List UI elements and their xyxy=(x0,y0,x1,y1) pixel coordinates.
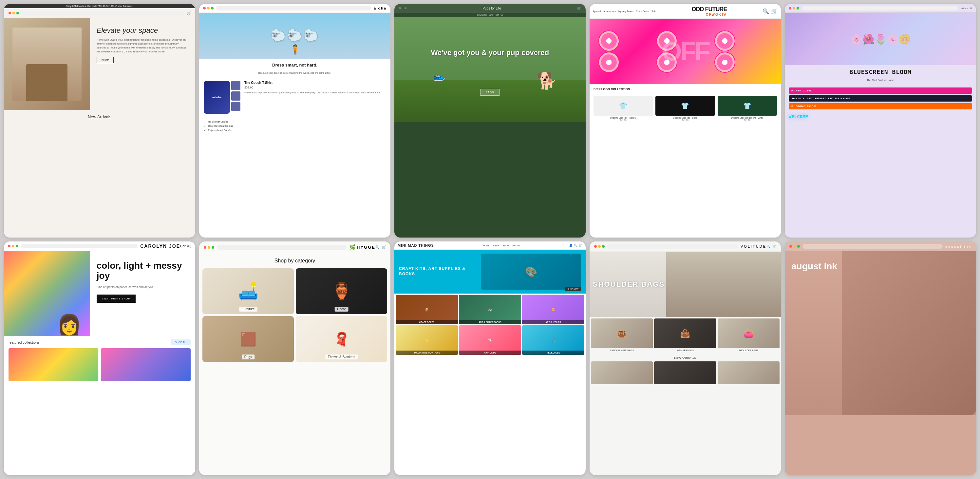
vol-search-icon[interactable]: 🔍 xyxy=(767,245,770,248)
minimize-dot xyxy=(793,7,795,10)
minimad-supplies-label: ART SUPPLIES xyxy=(522,320,584,325)
pups-nav-search[interactable]: 🔍 xyxy=(399,7,402,10)
lcb-cart-icon[interactable]: 🛒 xyxy=(187,11,191,15)
minimize-dot xyxy=(208,246,210,249)
minimize-dot xyxy=(793,245,796,248)
minimad-cat-art-supplies[interactable]: 🎨 ART SUPPLIES xyxy=(522,295,584,325)
carolyn-headline: color, light + messy joy xyxy=(97,261,189,281)
hygge-cart-icon[interactable]: 🛒 xyxy=(382,245,386,249)
pups-faqs-button[interactable]: FAQS xyxy=(480,89,500,95)
minimad-nav-blog[interactable]: BLOG xyxy=(503,244,509,247)
vol-shoulder-image: 👛 xyxy=(718,318,780,348)
hygge-rugs-graphic: 🟫 xyxy=(240,331,256,347)
aug-logo: august ink xyxy=(945,244,972,248)
minimad-hero-title: CRAFT KITS, ART SUPPLIES & BOOKS xyxy=(399,266,472,277)
aloha-thumb-3[interactable] xyxy=(231,102,240,111)
lcb-shop-button[interactable]: SHOP xyxy=(97,57,114,63)
of-nav-sale[interactable]: Sale xyxy=(651,10,656,13)
minimad-cat-art-books[interactable]: 📚 ART & CRAFT BOOKS xyxy=(459,295,521,325)
lcb-room-graphic xyxy=(13,27,81,101)
hygge-search-icon[interactable]: 🔍 xyxy=(375,245,379,249)
of-sub-brand: OFWGKTA xyxy=(706,13,727,16)
minimad-header: MINI MAD THINGS HOME SHOP BLOG ABOUT 👤 🔍… xyxy=(395,242,585,250)
vol-window-controls xyxy=(594,245,605,248)
lcb-hero-image xyxy=(4,18,90,110)
of-product-img-2: 👕 xyxy=(655,96,715,116)
minimad-shop-now-btn[interactable]: SHOP NOW xyxy=(565,287,581,291)
hygge-category-throws[interactable]: 🧣 Throws & Blankets xyxy=(296,316,387,362)
minimad-cat-hair-clips[interactable]: 💎 HAIR CLIPS xyxy=(459,325,521,355)
card-oddfuture: Apparel Accessories Mystery Boxes Skate … xyxy=(590,4,781,237)
hygge-leaf-icon: 🌿 xyxy=(349,244,356,250)
bloom-welcome-text: WELCOME xyxy=(785,112,976,121)
hygge-url-bar xyxy=(217,245,347,250)
minimad-nav-home[interactable]: HOME xyxy=(483,244,490,247)
bloom-login[interactable]: admin xyxy=(961,7,968,10)
pups-headline: We've got you & your pup covered xyxy=(414,48,566,57)
of-search-icon[interactable]: 🔍 xyxy=(762,8,769,14)
vol-products-grid: 👜 SATCHEL HANDBAGS 👜 NEW ARRIVALS 👛 SHOU… xyxy=(590,317,781,354)
sheep-graphic: 🐑🐑🐑 xyxy=(270,28,319,44)
carolyn-top-bar: CAROLYN JOE Cart (0) xyxy=(4,242,195,251)
bloom-header: admin ⚙ xyxy=(785,4,976,13)
aug-header: august ink xyxy=(785,242,976,251)
pups-cart[interactable]: 🛒 xyxy=(577,6,581,10)
minimad-user-icon[interactable]: 👤 xyxy=(569,244,573,247)
hygge-category-decor[interactable]: 🏺 Decor xyxy=(296,268,387,314)
bloom-badge-justice: JUSTICE. ART. RESIST. LET US KNOW xyxy=(789,95,972,102)
vol-product-satchel[interactable]: 👜 SATCHEL HANDBAGS xyxy=(591,318,653,353)
carolyn-visit-btn[interactable]: VISIT PRINT SHOP xyxy=(97,294,135,303)
lcb-hero-content: Elevate your space Home with LCB is your… xyxy=(90,18,195,110)
hygge-throws-label: Throws & Blankets xyxy=(325,355,358,360)
maximize-dot xyxy=(16,12,19,14)
main-grid: Shop LCB favorites. Use code FALL20 for … xyxy=(0,0,980,479)
aloha-product-images: aaloha xyxy=(204,81,240,114)
aug-person-graphic xyxy=(842,251,976,415)
of-nav-apparel[interactable]: Apparel xyxy=(593,10,601,13)
carolyn-url-bar xyxy=(21,244,138,248)
minimad-search-icon[interactable]: 🔍 xyxy=(574,244,578,247)
of-cart-icon[interactable]: 🛒 xyxy=(771,8,778,14)
minimad-nav-about[interactable]: ABOUT xyxy=(512,244,520,247)
aloha-product-name: The Couch T-Shirt xyxy=(244,81,386,84)
hygge-throws-graphic: 🧣 xyxy=(333,331,350,347)
aloha-thumb-2[interactable] xyxy=(231,91,240,100)
aloha-thumb-1[interactable] xyxy=(231,81,240,90)
carolyn-cart[interactable]: Cart (0) xyxy=(180,244,191,248)
hygge-category-furniture[interactable]: 🛋️ Furniture xyxy=(202,268,294,314)
carolyn-art-1 xyxy=(8,348,98,381)
carolyn-hero-text: color, light + messy joy Fine art prints… xyxy=(90,251,195,336)
bloom-settings[interactable]: ⚙ xyxy=(970,7,972,10)
carolyn-hero-bg: 👩 xyxy=(4,251,90,336)
pups-nav-menu[interactable]: ☰ xyxy=(404,7,406,10)
vol-new-arrivals-title: NEW ARRIVALS xyxy=(590,354,781,361)
hygge-category-rugs[interactable]: 🟫 Rugs xyxy=(202,316,294,362)
of-nav-accessories[interactable]: Accessories xyxy=(603,10,616,13)
vol-shoulder-label: SHOULDER BAGS xyxy=(718,348,780,353)
of-nav-skate[interactable]: Skate Decks xyxy=(636,10,649,13)
minimad-cat-necklaces[interactable]: 📿 NECKLACES xyxy=(522,325,584,355)
card-bloom: admin ⚙ 🌸🌺🌷🌸🌼 BLUESCREEN BLOOM The First… xyxy=(785,4,976,237)
carolyn-shop-all-button[interactable]: SHOP ALL xyxy=(171,339,191,345)
vol-cart-icon[interactable]: 🛒 xyxy=(772,245,776,248)
aloha-subtitle: Because your brain is busy changing the … xyxy=(199,72,390,78)
window-controls xyxy=(8,12,19,14)
vol-url-bar xyxy=(607,244,738,249)
minimad-categories-grid: 📦 CRAFT BOXES 📚 ART & CRAFT BOOKS 🎨 ART … xyxy=(395,294,585,356)
of-donut-3 xyxy=(715,31,735,51)
minimad-neck-label: NECKLACES xyxy=(522,350,584,355)
minimize-dot xyxy=(13,12,15,14)
vol-product-shoulder[interactable]: 👛 SHOULDER BAGS xyxy=(718,318,780,353)
minimad-cat-toys[interactable]: ⭐ IMAGINATIVE PLAY TOYS xyxy=(396,325,458,355)
lcb-description: Home with LCB is your destination for ti… xyxy=(97,38,189,54)
of-nav-mystery[interactable]: Mystery Boxes xyxy=(618,10,633,13)
minimad-nav-shop[interactable]: SHOP xyxy=(493,244,500,247)
minimad-cat-craft-boxes[interactable]: 📦 CRAFT BOXES xyxy=(396,295,458,325)
vol-product-new[interactable]: 👜 NEW ARRIVALS xyxy=(654,318,716,353)
minimad-header-icons: 👤 🔍 🛒 xyxy=(569,244,582,247)
of-product-name-2: Dripping Logo Tee - Black xyxy=(655,117,715,119)
minimad-cart-icon[interactable]: 🛒 xyxy=(579,244,582,247)
bloom-badge-budding: BUDDING ROOM xyxy=(789,103,972,110)
card-volitude: volitude 🔍 🛒 SHOULDER BAGS 👜 SATCHEL HAN… xyxy=(590,242,781,475)
of-header: Apparel Accessories Mystery Boxes Skate … xyxy=(590,4,781,19)
